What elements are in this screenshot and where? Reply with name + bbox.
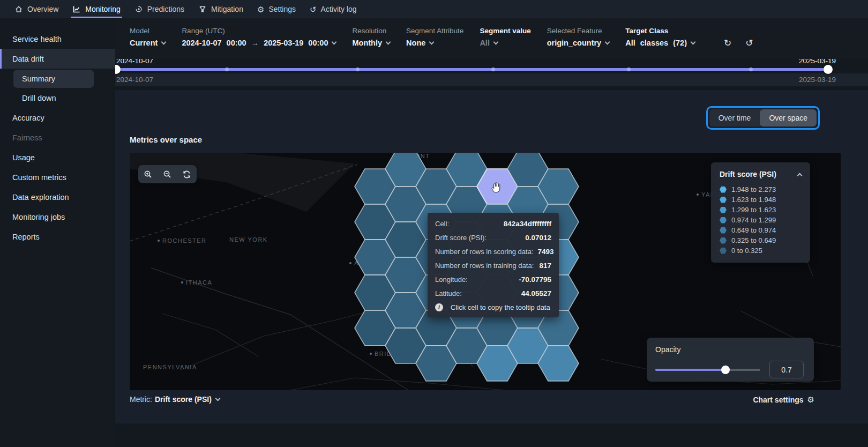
- filter-target-class-value[interactable]: All classes (72): [625, 39, 695, 47]
- chevron-up-icon[interactable]: [797, 173, 803, 178]
- nav-item-monitoring[interactable]: Monitoring: [65, 0, 127, 18]
- tooltip-rows: Cell:842a34dffffffffDrift score (PSI):0.…: [435, 220, 551, 297]
- filter-selected-feature: Selected Feature origin_country: [547, 27, 610, 59]
- filter-segment-attribute-label: Segment Attribute: [406, 27, 463, 35]
- tooltip-row-label: Drift score (PSI):: [435, 234, 487, 242]
- date-range-slider: 2024-10-07 2024-10-07 2025-03-19 2025-03…: [115, 57, 868, 90]
- panel-title: Metrics over space: [130, 135, 202, 144]
- line-chart-icon: [72, 5, 81, 13]
- hand-cursor-icon: [490, 181, 503, 196]
- filter-selected-feature-value[interactable]: origin_country: [547, 39, 610, 47]
- sidebar-item-custom-metrics[interactable]: Custom metrics: [0, 167, 115, 187]
- filter-target-class-label: Target Class: [625, 27, 695, 35]
- filter-range-value[interactable]: 2024-10-07 00:00 → 2025-03-19 00:00: [182, 39, 336, 47]
- tooltip-row-value: 842a34dffffffff: [504, 220, 551, 228]
- nav-item-settings[interactable]: ⚙ Settings: [250, 0, 303, 18]
- tooltip-row: Drift score (PSI):0.07012: [435, 234, 551, 242]
- legend-items: 1.948 to 2.2731.623 to 1.9481.299 to 1.6…: [720, 184, 802, 256]
- sidebar-item-data-drift[interactable]: Data drift: [0, 49, 115, 69]
- opacity-slider[interactable]: [655, 369, 760, 371]
- tooltip-row-label: Latitude:: [435, 289, 462, 297]
- legend-item-label: 0 to 0.325: [731, 247, 762, 255]
- opacity-slider-fill: [655, 369, 725, 371]
- view-toggle-highlight: Over time Over space: [706, 106, 820, 130]
- timeline-band: [115, 73, 868, 86]
- legend-swatch-hex-icon: [720, 207, 727, 213]
- history-icon: ↺: [310, 5, 317, 13]
- opacity-value-field[interactable]: 0.7: [769, 361, 804, 378]
- chevron-down-icon: [332, 39, 337, 44]
- gear-icon: ⚙: [257, 5, 264, 13]
- sidebar-item-drill-down[interactable]: Drill down: [13, 89, 94, 107]
- chart-settings-button[interactable]: Chart settings ⚙: [753, 395, 814, 405]
- slider-track[interactable]: [116, 68, 828, 71]
- legend-swatch-hex-icon: [720, 187, 727, 193]
- legend-swatch-hex-icon: [720, 248, 727, 254]
- sidebar-item-accuracy[interactable]: Accuracy: [0, 108, 115, 128]
- gear-icon: ⚙: [807, 395, 814, 405]
- legend-item-label: 1.299 to 1.623: [731, 206, 776, 214]
- sidebar-item-reports[interactable]: Reports: [0, 227, 115, 247]
- chevron-down-icon: [691, 39, 696, 44]
- sidebar-item-data-exploration[interactable]: Data exploration: [0, 187, 115, 207]
- tooltip-row-label: Number of rows in training data:: [435, 262, 534, 270]
- zoom-in-icon[interactable]: [144, 170, 153, 179]
- slider-tick: [225, 68, 229, 71]
- legend-item: 0.325 to 0.649: [720, 235, 802, 245]
- sidebar: Service health Data drift Summary Drill …: [0, 18, 115, 447]
- chevron-down-icon: [429, 39, 435, 44]
- refresh-icon[interactable]: ↻: [724, 39, 731, 59]
- sidebar-item-fairness[interactable]: Fairness: [0, 128, 115, 147]
- filter-resolution-label: Resolution: [352, 27, 390, 35]
- view-toggle: Over time Over space: [709, 109, 817, 126]
- range-end-sublabel: 2025-03-19: [799, 76, 836, 84]
- filter-segment-attribute: Segment Attribute None: [406, 27, 463, 59]
- toggle-over-space[interactable]: Over space: [760, 109, 817, 126]
- reset-icon[interactable]: ↺: [745, 39, 753, 59]
- tooltip-row-value: -70.07795: [519, 275, 551, 284]
- slider-tick: [749, 68, 753, 71]
- legend-swatch-hex-icon: [720, 197, 727, 203]
- slider-tick: [627, 68, 631, 71]
- chevron-down-icon: [161, 39, 167, 44]
- sidebar-item-monitoring-jobs[interactable]: Monitoring jobs: [0, 207, 115, 227]
- zoom-out-icon[interactable]: [163, 170, 172, 179]
- hex-map[interactable]: VERMONTAUGUSTAYARMOUROCHESTERNEW YORKITH…: [130, 153, 841, 390]
- tooltip-row: Cell:842a34dffffffff: [435, 220, 551, 228]
- filter-actions: ↻ ↺: [724, 39, 753, 59]
- legend-item: 1.623 to 1.948: [720, 195, 802, 205]
- legend-swatch-hex-icon: [720, 227, 727, 234]
- legend-item: 0 to 0.325: [720, 245, 802, 256]
- toggle-over-time[interactable]: Over time: [709, 109, 760, 126]
- sidebar-item-usage[interactable]: Usage: [0, 147, 115, 167]
- metrics-panel: Over time Over space Metrics over space …: [115, 90, 868, 423]
- tooltip-row: Latitude:44.05527: [435, 289, 551, 297]
- nav-item-predictions[interactable]: Predictions: [128, 0, 191, 18]
- filter-segment-attribute-value[interactable]: None: [406, 39, 463, 47]
- arrow-right-icon: →: [251, 39, 259, 47]
- tooltip-row-label: Longitude:: [435, 275, 468, 284]
- legend-item-label: 0.974 to 1.299: [731, 216, 776, 224]
- sidebar-item-service-health[interactable]: Service health: [0, 29, 115, 49]
- nav-item-activity-log[interactable]: ↺ Activity log: [303, 0, 364, 18]
- opacity-slider-handle[interactable]: [721, 366, 730, 374]
- filter-model-value[interactable]: Current: [130, 39, 166, 47]
- opacity-panel: Opacity 0.7: [647, 338, 814, 382]
- filter-selected-feature-label: Selected Feature: [547, 27, 610, 35]
- legend-panel: Drift score (PSI) 1.948 to 2.2731.623 to…: [711, 162, 810, 263]
- filter-resolution-value[interactable]: Monthly: [352, 39, 390, 47]
- sidebar-item-summary[interactable]: Summary: [13, 70, 94, 88]
- legend-item-label: 1.948 to 2.273: [731, 185, 776, 193]
- tooltip-row: Number of rows in training data:817: [435, 262, 551, 270]
- chevron-down-icon: [386, 39, 391, 44]
- tooltip-note: i Click cell to copy the tooltip data: [435, 303, 551, 311]
- metric-selector[interactable]: Metric: Drift score (PSI): [130, 395, 220, 404]
- filter-segment-value-value[interactable]: All: [480, 39, 530, 47]
- nav-item-mitigation[interactable]: Mitigation: [191, 0, 250, 18]
- nav-item-overview[interactable]: Overview: [8, 0, 65, 18]
- slider-tick: [356, 68, 360, 71]
- info-icon: i: [435, 303, 443, 311]
- predictions-icon: [134, 5, 143, 13]
- zoom-reset-icon[interactable]: [182, 170, 191, 179]
- slider-handle-end[interactable]: [824, 65, 833, 74]
